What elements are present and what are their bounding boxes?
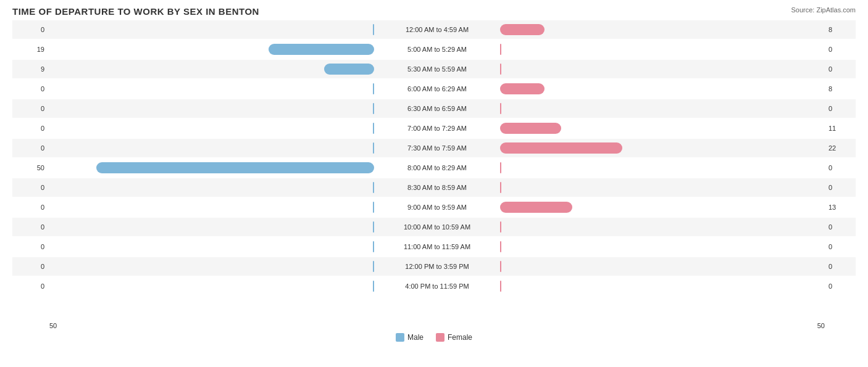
left-value: 0 xyxy=(12,125,49,132)
female-bar-container xyxy=(499,142,825,154)
chart-row: 0 7:30 AM to 7:59 AM 22 xyxy=(12,139,856,157)
time-label: 8:00 AM to 8:29 AM xyxy=(375,164,499,171)
right-value: 0 xyxy=(825,263,856,270)
time-label: 11:00 AM to 11:59 AM xyxy=(375,243,499,250)
female-bar xyxy=(500,182,501,193)
time-label: 10:00 AM to 10:59 AM xyxy=(375,223,499,231)
x-axis-left-label: 50 xyxy=(49,322,375,329)
chart-row: 0 10:00 AM to 10:59 AM 0 xyxy=(12,218,856,236)
right-value: 11 xyxy=(825,125,856,132)
male-bar xyxy=(373,221,374,233)
female-bar xyxy=(500,221,501,233)
chart-row: 0 8:30 AM to 8:59 AM 0 xyxy=(12,178,856,197)
female-bar xyxy=(500,261,501,272)
male-bar-container xyxy=(49,102,375,115)
right-value: 0 xyxy=(825,164,856,171)
left-value: 9 xyxy=(12,65,49,73)
female-bar xyxy=(500,123,561,134)
time-label: 5:30 AM to 5:59 AM xyxy=(375,65,499,73)
male-bar xyxy=(269,44,374,55)
male-bar-container xyxy=(49,221,375,233)
female-bar xyxy=(500,24,545,35)
male-bar-container xyxy=(49,83,375,95)
left-value: 0 xyxy=(12,184,49,191)
left-value: 19 xyxy=(12,46,49,53)
male-bar xyxy=(373,24,374,35)
left-value: 0 xyxy=(12,26,49,33)
left-value: 0 xyxy=(12,144,49,152)
legend-male: Male xyxy=(396,333,424,342)
chart-row: 0 7:00 AM to 7:29 AM 11 xyxy=(12,119,856,138)
time-label: 8:30 AM to 8:59 AM xyxy=(375,184,499,191)
chart-row: 0 11:00 AM to 11:59 AM 0 xyxy=(12,237,856,256)
female-bar xyxy=(500,241,501,252)
female-bar xyxy=(500,142,622,154)
time-label: 6:30 AM to 6:59 AM xyxy=(375,105,499,112)
right-value: 0 xyxy=(825,46,856,53)
chart-row: 0 6:30 AM to 6:59 AM 0 xyxy=(12,99,856,118)
female-bar-container xyxy=(499,122,825,134)
right-value: 0 xyxy=(825,223,856,231)
female-bar xyxy=(500,281,501,292)
right-value: 8 xyxy=(825,26,856,33)
male-bar xyxy=(373,123,374,134)
female-bar-container xyxy=(499,162,825,174)
chart-row: 0 9:00 AM to 9:59 AM 13 xyxy=(12,198,856,216)
x-axis-right-label: 50 xyxy=(499,322,825,329)
time-label: 9:00 AM to 9:59 AM xyxy=(375,204,499,211)
time-label: 12:00 PM to 3:59 PM xyxy=(375,263,499,270)
female-bar-container xyxy=(499,102,825,115)
male-bar xyxy=(373,103,374,114)
left-value: 0 xyxy=(12,204,49,211)
chart-row: 0 12:00 AM to 4:59 AM 8 xyxy=(12,20,856,39)
male-bar xyxy=(373,261,374,272)
male-bar xyxy=(373,83,374,94)
male-bar-container xyxy=(49,280,375,292)
legend-female-label: Female xyxy=(448,333,472,342)
time-label: 7:00 AM to 7:29 AM xyxy=(375,125,499,132)
right-value: 0 xyxy=(825,282,856,290)
right-value: 13 xyxy=(825,204,856,211)
chart-row: 50 8:00 AM to 8:29 AM 0 xyxy=(12,159,856,177)
male-bar xyxy=(373,241,374,252)
chart-row: 0 12:00 PM to 3:59 PM 0 xyxy=(12,257,856,276)
left-value: 0 xyxy=(12,243,49,250)
male-bar xyxy=(373,202,374,213)
chart-row: 19 5:00 AM to 5:29 AM 0 xyxy=(12,40,856,59)
male-bar xyxy=(96,162,374,173)
left-value: 0 xyxy=(12,282,49,290)
male-bar xyxy=(373,142,374,154)
chart-row: 0 6:00 AM to 6:29 AM 8 xyxy=(12,80,856,98)
female-bar xyxy=(500,162,501,173)
male-bar-container xyxy=(49,122,375,134)
male-bar-container xyxy=(49,162,375,174)
female-bar-container xyxy=(499,23,825,36)
right-value: 8 xyxy=(825,85,856,93)
chart-row: 0 4:00 PM to 11:59 PM 0 xyxy=(12,277,856,295)
female-bar xyxy=(500,64,501,75)
left-value: 50 xyxy=(12,164,49,171)
male-bar-container xyxy=(49,201,375,213)
female-bar xyxy=(500,44,501,55)
legend-female-box xyxy=(436,333,444,342)
female-bar-container xyxy=(499,83,825,95)
female-bar-container xyxy=(499,43,825,56)
source-label: Source: ZipAtlas.com xyxy=(791,6,856,14)
time-label: 4:00 PM to 11:59 PM xyxy=(375,282,499,290)
female-bar-container xyxy=(499,221,825,233)
male-bar xyxy=(373,182,374,193)
legend-male-label: Male xyxy=(407,333,424,342)
legend-male-box xyxy=(396,333,404,342)
left-value: 0 xyxy=(12,105,49,112)
female-bar xyxy=(500,83,545,94)
chart-container: TIME OF DEPARTURE TO WORK BY SEX IN BENT… xyxy=(0,0,868,367)
time-label: 6:00 AM to 6:29 AM xyxy=(375,85,499,93)
male-bar-container xyxy=(49,63,375,75)
right-value: 0 xyxy=(825,65,856,73)
female-bar-container xyxy=(499,241,825,253)
male-bar xyxy=(324,64,374,75)
left-value: 0 xyxy=(12,223,49,231)
time-label: 12:00 AM to 4:59 AM xyxy=(375,26,499,33)
female-bar xyxy=(500,103,501,114)
female-bar-container xyxy=(499,280,825,292)
